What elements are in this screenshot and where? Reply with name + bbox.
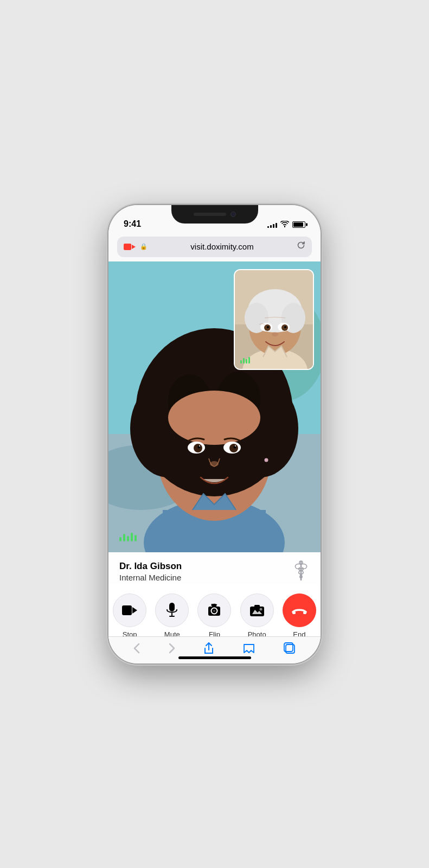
svg-point-26 bbox=[265, 458, 268, 462]
svg-rect-0 bbox=[124, 244, 131, 250]
svg-point-41 bbox=[272, 332, 278, 336]
photo-circle[interactable] bbox=[240, 593, 274, 627]
audio-indicator-main bbox=[119, 533, 137, 541]
svg-point-19 bbox=[194, 444, 202, 452]
forward-button[interactable] bbox=[169, 643, 175, 657]
svg-rect-56 bbox=[292, 611, 296, 614]
mute-circle[interactable] bbox=[155, 593, 189, 627]
end-call-icon bbox=[292, 607, 307, 614]
wifi-icon bbox=[280, 220, 289, 229]
video-area bbox=[108, 260, 321, 552]
svg-point-39 bbox=[267, 326, 269, 328]
home-indicator[interactable] bbox=[178, 656, 251, 659]
back-button[interactable] bbox=[133, 643, 140, 657]
recording-indicator bbox=[124, 243, 136, 251]
notch bbox=[171, 205, 258, 224]
photo-button[interactable]: Photo bbox=[240, 593, 274, 639]
doctor-specialty: Internal Medicine bbox=[119, 573, 182, 582]
pip-audio-indicator bbox=[240, 357, 250, 363]
mute-button[interactable]: Mute bbox=[155, 593, 189, 639]
caduceus-icon bbox=[292, 560, 310, 584]
video-camera-icon bbox=[122, 604, 137, 616]
flip-circle[interactable] bbox=[197, 593, 231, 627]
svg-rect-52 bbox=[250, 607, 264, 616]
status-time: 9:41 bbox=[124, 219, 141, 229]
svg-point-55 bbox=[259, 608, 262, 610]
pip-video-content bbox=[235, 270, 314, 370]
camera-record-icon bbox=[124, 243, 136, 251]
end-circle[interactable] bbox=[283, 593, 316, 627]
svg-rect-53 bbox=[254, 605, 260, 608]
flip-camera-icon bbox=[207, 603, 221, 617]
end-button[interactable]: End bbox=[283, 593, 316, 639]
bookmarks-button[interactable] bbox=[243, 643, 255, 657]
svg-marker-45 bbox=[132, 607, 137, 614]
photo-icon bbox=[250, 604, 264, 616]
svg-point-24 bbox=[235, 445, 236, 446]
stop-button[interactable]: Stop bbox=[113, 593, 146, 639]
svg-point-23 bbox=[199, 445, 200, 446]
url-bar[interactable]: 🔒 visit.doximity.com bbox=[108, 232, 321, 261]
lock-icon: 🔒 bbox=[140, 243, 148, 250]
pip-video[interactable] bbox=[234, 269, 314, 370]
svg-point-20 bbox=[229, 444, 238, 452]
flip-button[interactable]: Flip bbox=[197, 593, 231, 639]
signal-icon bbox=[267, 221, 277, 228]
phone-frame: 9:41 bbox=[108, 205, 321, 663]
tabs-button[interactable] bbox=[284, 642, 296, 658]
browser-nav-bar bbox=[108, 636, 321, 663]
svg-rect-57 bbox=[303, 611, 306, 614]
speaker bbox=[194, 213, 226, 216]
svg-marker-1 bbox=[132, 245, 136, 249]
doctor-name: Dr. Ida Gibson bbox=[119, 561, 182, 572]
svg-point-51 bbox=[213, 610, 215, 612]
svg-rect-44 bbox=[122, 605, 132, 615]
url-text[interactable]: visit.doximity.com bbox=[152, 242, 292, 251]
battery-icon bbox=[292, 221, 305, 228]
share-button[interactable] bbox=[203, 642, 214, 658]
svg-point-40 bbox=[284, 326, 286, 328]
svg-rect-46 bbox=[169, 603, 175, 611]
stop-circle[interactable] bbox=[113, 593, 146, 627]
doctor-details: Dr. Ida Gibson Internal Medicine bbox=[119, 561, 182, 582]
status-icons bbox=[267, 220, 305, 229]
svg-point-16 bbox=[168, 391, 260, 445]
microphone-icon bbox=[166, 603, 178, 618]
refresh-icon[interactable] bbox=[297, 241, 305, 252]
front-camera bbox=[230, 212, 236, 217]
